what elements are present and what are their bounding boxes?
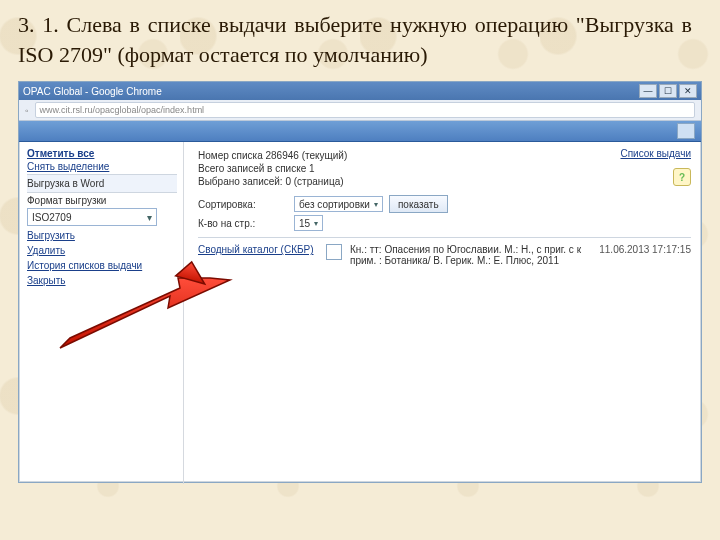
sidebar-history[interactable]: История списков выдачи	[27, 258, 177, 273]
help-icon[interactable]: ?	[673, 168, 691, 186]
format-select[interactable]: ISO2709 ▾	[27, 208, 157, 226]
divider	[198, 237, 691, 238]
record-row: Сводный каталог (СКБР) Кн.: тт: Опасения…	[198, 244, 691, 266]
list-number: Номер списка 286946 (текущий)	[198, 150, 691, 161]
show-button[interactable]: показать	[389, 195, 448, 213]
perpage-label: К-во на стр.:	[198, 218, 288, 229]
sidebar-export-button[interactable]: Выгрузить	[27, 228, 177, 243]
sidebar-mark-all[interactable]: Отметить все	[27, 148, 177, 159]
record-checkbox[interactable]	[326, 244, 342, 260]
browser-screenshot: OPAC Global - Google Chrome — ☐ ✕ ◦ www.…	[18, 81, 702, 483]
sidebar-delete[interactable]: Удалить	[27, 243, 177, 258]
chevron-down-icon: ▾	[374, 200, 378, 209]
sort-value: без сортировки	[299, 199, 370, 210]
address-bar: ◦ www.cit.rsl.ru/opacglobal/opac/index.h…	[19, 100, 701, 121]
window-minimize-button[interactable]: —	[639, 84, 657, 98]
toolbar-icon[interactable]	[677, 123, 695, 139]
format-label: Формат выгрузки	[27, 195, 177, 206]
content-area: Список выдачи ? Номер списка 286946 (тек…	[184, 142, 701, 484]
selected-records: Выбрано записей: 0 (страница)	[198, 176, 691, 187]
sidebar-hide[interactable]: Закрыть	[27, 273, 177, 288]
sidebar: Отметить все Снять выделение Выгрузка в …	[19, 142, 184, 484]
globe-icon: ◦	[25, 105, 29, 116]
sidebar-export-word[interactable]: Выгрузка в Word	[27, 174, 177, 193]
sort-select[interactable]: без сортировки ▾	[294, 196, 383, 212]
format-value: ISO2709	[32, 212, 71, 223]
window-title: OPAC Global - Google Chrome	[23, 86, 162, 97]
perpage-select[interactable]: 15 ▾	[294, 215, 323, 231]
url-field[interactable]: www.cit.rsl.ru/opacglobal/opac/index.htm…	[35, 102, 695, 118]
total-records: Всего записей в списке 1	[198, 163, 691, 174]
app-toolbar	[19, 121, 701, 142]
catalog-link[interactable]: Сводный каталог (СКБР)	[198, 244, 318, 266]
record-text: Кн.: тт: Опасения по Югославии. М.: Н., …	[350, 244, 591, 266]
sort-label: Сортировка:	[198, 199, 288, 210]
chevron-down-icon: ▾	[314, 219, 318, 228]
instruction-text: 3. 1. Слева в списке выдачи выберите нуж…	[0, 0, 720, 75]
window-close-button[interactable]: ✕	[679, 84, 697, 98]
perpage-value: 15	[299, 218, 310, 229]
list-output-link[interactable]: Список выдачи	[620, 148, 691, 159]
sidebar-unmark[interactable]: Снять выделение	[27, 159, 177, 174]
chrome-titlebar: OPAC Global - Google Chrome — ☐ ✕	[19, 82, 701, 100]
chevron-down-icon: ▾	[147, 212, 152, 223]
window-maximize-button[interactable]: ☐	[659, 84, 677, 98]
record-date: 11.06.2013 17:17:15	[599, 244, 691, 266]
